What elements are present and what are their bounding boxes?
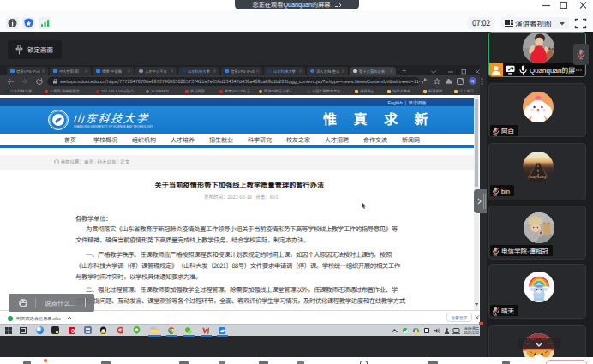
svg-text:Keep Going: Keep Going: [530, 176, 546, 179]
